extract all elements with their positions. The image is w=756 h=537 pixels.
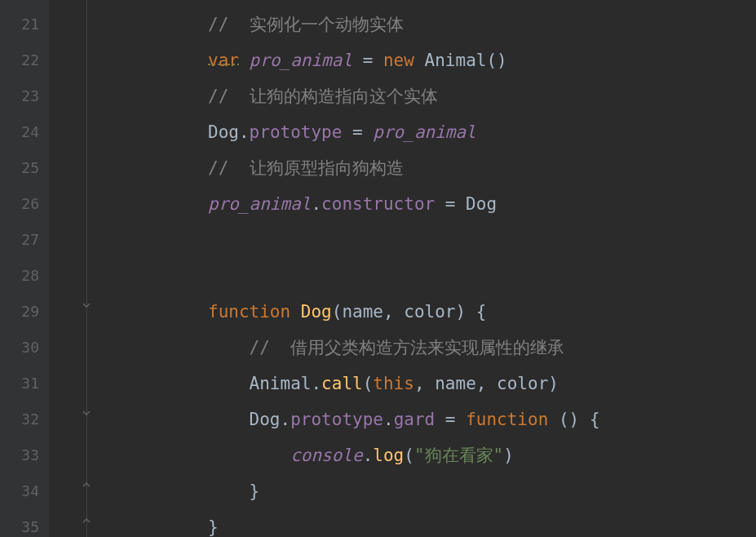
line-number: 32 [0,402,39,437]
property: prototype [250,122,343,142]
line-number: 33 [0,437,39,473]
identifier: Dog [250,410,281,429]
code-line[interactable]: pro_animal.constructor = Dog [208,186,756,222]
brace: { [590,410,600,429]
line-number: 31 [0,366,39,402]
brace: { [476,302,487,322]
code-line[interactable]: console.log("狗在看家") [208,437,756,473]
console-object: console [290,446,363,465]
code-line[interactable]: } [208,473,756,509]
property: prototype [290,410,383,429]
function-keyword: function [466,410,548,429]
code-line[interactable]: // 借用父类构造方法来实现属性的继承 [208,330,756,366]
fold-vertical-line [86,0,87,537]
identifier: Dog [208,122,239,142]
line-number: 21 [0,7,39,42]
fold-column [49,0,94,537]
argument: name [435,374,476,393]
parameter: name [342,302,383,322]
new-keyword: new [383,51,414,70]
code-line[interactable]: } [208,509,756,537]
identifier: Dog [466,194,497,214]
string-literal: "狗在看家" [414,446,503,465]
operator: = [352,51,383,70]
code-line[interactable]: // 让狗原型指向狗构造 [208,150,756,186]
property: gard [394,410,435,429]
class-name: Animal [425,51,487,70]
fold-end-icon[interactable] [82,480,91,490]
fold-toggle-icon[interactable] [82,408,91,418]
property: constructor [321,194,435,214]
comment-text: // 实例化一个动物实体 [208,15,404,34]
fold-end-icon[interactable] [82,516,91,526]
code-line[interactable]: // 让狗的构造指向这个实体 [208,78,756,114]
argument: color [497,374,548,393]
variable-name: pro_animal [250,51,352,70]
code-line[interactable]: Dog.prototype.gard = function () { [208,402,756,437]
code-editor[interactable]: 21 22 23 24 25 26 27 28 29 30 31 32 33 3… [0,0,756,537]
method-name: call [321,374,363,393]
code-content[interactable]: // 实例化一个动物实体 var pro_animal = new Animal… [94,0,756,537]
code-line[interactable]: Dog.prototype = pro_animal [208,114,756,150]
this-keyword: this [373,374,414,393]
line-number: 24 [0,114,39,150]
line-number: 30 [0,330,39,366]
line-number: 22 [0,42,39,78]
parameter: color [404,302,455,322]
line-number: 27 [0,222,39,258]
line-number: 29 [0,294,39,330]
comment-text: // 让狗的构造指向这个实体 [208,87,438,106]
variable-name: pro_animal [208,194,311,214]
line-number-gutter: 21 22 23 24 25 26 27 28 29 30 31 32 33 3… [0,0,49,537]
code-line[interactable]: // 实例化一个动物实体 [208,7,756,42]
line-number: 25 [0,150,39,186]
code-line-empty[interactable] [208,258,756,294]
line-number: 28 [0,258,39,294]
comment-text: // 让狗原型指向狗构造 [208,158,404,178]
fold-toggle-icon[interactable] [82,300,91,310]
function-keyword: function [208,302,290,322]
line-number: 34 [0,473,39,509]
parentheses: () [486,51,506,70]
code-line-empty[interactable] [208,222,756,258]
var-keyword: var [208,51,239,70]
line-number: 23 [0,78,39,114]
brace: } [208,517,219,537]
method-name: log [373,446,404,465]
line-number: 35 [0,509,39,537]
identifier: Animal [250,374,312,393]
code-line[interactable]: var pro_animal = new Animal() [208,42,756,78]
function-name: Dog [301,302,332,322]
brace: } [250,482,260,501]
code-line[interactable]: Animal.call(this, name, color) [208,366,756,402]
variable-name: pro_animal [373,122,475,142]
code-line[interactable]: function Dog(name, color) { [208,294,756,330]
line-number: 26 [0,186,39,222]
comment-text: // 借用父类构造方法来实现属性的继承 [250,338,565,357]
